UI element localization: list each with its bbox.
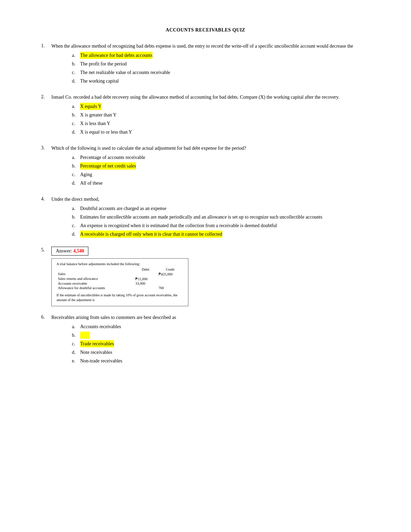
- trial-balance-table: Debit Credit Sales ₱425,000 Sales: [57, 267, 183, 290]
- question-4-content: Under the direct method, a. Doubtful acc…: [51, 196, 370, 239]
- list-item: d. A receivable is charged off only when…: [72, 231, 370, 238]
- list-item: b. Estimates for uncollectible accounts …: [72, 213, 370, 221]
- option-4c-text: An expense is recognized when it is esti…: [80, 222, 277, 229]
- option-6a-text: Accounts receivables: [80, 323, 121, 330]
- question-1-options: a. The allowance for bad debts accounts …: [51, 52, 370, 85]
- list-item: c. Aging: [72, 171, 370, 178]
- answer-value: 4,540: [73, 248, 84, 253]
- question-6-text: Receivables arising from sales to custom…: [51, 314, 370, 321]
- option-3c-text: Aging: [80, 171, 92, 178]
- question-1-text: When the allowance method of recognizing…: [51, 42, 370, 50]
- option-3b-text: Percentage of net credit sales: [80, 162, 136, 170]
- answer-label: Answer:: [56, 248, 72, 253]
- option-3a-text: Percentage of accounts receivable: [80, 154, 145, 161]
- list-item: a. Accounts receivables: [72, 323, 370, 330]
- option-6e-text: Non-trade receivables: [80, 357, 122, 364]
- question-6-options: a. Accounts receivables b. c. Trade rece…: [51, 323, 370, 364]
- list-item: a. Doubtful accounts are charged as an e…: [72, 205, 370, 212]
- option-2a-text: X equals Y: [80, 103, 101, 110]
- list-item: a. Percentage of accounts receivable: [72, 154, 370, 161]
- list-item: a. X equals Y: [72, 103, 370, 110]
- list-item: c. The net realizable value of accounts …: [72, 69, 370, 76]
- option-6b-blank: [80, 332, 90, 339]
- question-1-number: 1.: [41, 42, 51, 49]
- question-2-number: 2.: [41, 94, 51, 100]
- question-6-content: Receivables arising from sales to custom…: [51, 314, 370, 366]
- list-item: c. Trade receivables: [72, 340, 370, 347]
- option-6d-text: Note receivables: [80, 349, 112, 356]
- question-2: 2. Ismael Co. recorded a bad debt recove…: [41, 94, 370, 137]
- list-item: c. An expense is recognized when it is e…: [72, 222, 370, 229]
- option-4b-text: Estimates for uncollectible accounts are…: [80, 213, 322, 221]
- list-item: b. The profit for the period: [72, 60, 370, 67]
- list-item: d. Note receivables: [72, 349, 370, 356]
- question-3-text: Which of the following is used to calcul…: [51, 145, 370, 152]
- question-2-options: a. X equals Y b. X is greater than Y c. …: [51, 103, 370, 136]
- question-6-number: 6.: [41, 314, 51, 320]
- option-4d-text: A receivable is charged off only when it…: [80, 231, 222, 238]
- question-5-content: Answer: 4,540 A trial balance before adj…: [51, 247, 370, 306]
- list-item: b. X is greater than Y: [72, 111, 370, 119]
- option-3d-text: All of these: [80, 180, 102, 187]
- option-6c-text: Trade receivables: [80, 340, 114, 347]
- table-note: If the estimate of uncollectibles is mad…: [57, 293, 183, 302]
- question-2-content: Ismael Co. recorded a bad debt recovery …: [51, 94, 370, 137]
- list-item: c. X is less than Y: [72, 120, 370, 127]
- page-title: ACCOUNTS RECEIVABLES QUIZ: [41, 27, 370, 33]
- question-1-content: When the allowance method of recognizing…: [51, 42, 370, 86]
- question-6: 6. Receivables arising from sales to cus…: [41, 314, 370, 366]
- question-3-options: a. Percentage of accounts receivable b. …: [51, 154, 370, 187]
- list-item: d. X is equal to or less than Y: [72, 128, 370, 136]
- question-3: 3. Which of the following is used to cal…: [41, 145, 370, 188]
- option-1b-text: The profit for the period: [80, 60, 127, 67]
- list-item: b.: [72, 332, 370, 339]
- list-item: d. The working capital: [72, 77, 370, 85]
- question-4-options: a. Doubtful accounts are charged as an e…: [51, 205, 370, 238]
- table-row: Accounts receivable 33,000: [57, 281, 183, 286]
- question-4-text: Under the direct method,: [51, 196, 370, 203]
- option-2b-text: X is greater than Y: [80, 111, 116, 119]
- option-1c-text: The net realizable value of accounts rec…: [80, 69, 170, 76]
- answer-box: Answer: 4,540: [51, 247, 88, 256]
- list-item: b. Percentage of net credit sales: [72, 162, 370, 170]
- table-intro: A trial balance before adjustments inclu…: [57, 262, 183, 266]
- question-5-number: 5.: [41, 247, 51, 253]
- option-2c-text: X is less than Y: [80, 120, 110, 127]
- page-container: ACCOUNTS RECEIVABLES QUIZ 1. When the al…: [41, 27, 370, 366]
- option-1d-text: The working capital: [80, 77, 119, 85]
- list-item: a. The allowance for bad debts accounts: [72, 52, 370, 59]
- option-1a-text: The allowance for bad debts accounts: [80, 52, 152, 59]
- question-4-number: 4.: [41, 196, 51, 202]
- question-1: 1. When the allowance method of recogniz…: [41, 42, 370, 86]
- question-3-number: 3.: [41, 145, 51, 151]
- question-2-text: Ismael Co. recorded a bad debt recovery …: [51, 94, 370, 101]
- list-item: e. Non-trade receivables: [72, 357, 370, 364]
- table-row: Sales ₱425,000: [57, 272, 183, 276]
- option-2d-text: X is equal to or less than Y: [80, 128, 132, 136]
- question-3-content: Which of the following is used to calcul…: [51, 145, 370, 188]
- option-4a-text: Doubtful accounts are charged as an expe…: [80, 205, 166, 212]
- table-row: Sales returns and allowance ₱11,000: [57, 276, 183, 281]
- question-4: 4. Under the direct method, a. Doubtful …: [41, 196, 370, 239]
- question-5: 5. Answer: 4,540 A trial balance before …: [41, 247, 370, 306]
- question-5-table: A trial balance before adjustments inclu…: [51, 258, 188, 306]
- list-item: d. All of these: [72, 180, 370, 187]
- table-row: Allowance for doubtful accounts 760: [57, 286, 183, 290]
